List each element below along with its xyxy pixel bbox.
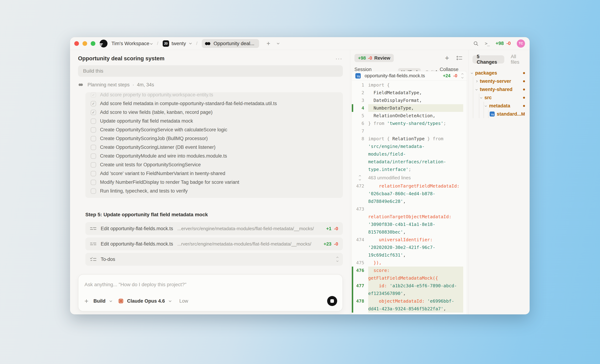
changed-dot-indicator — [523, 89, 525, 91]
code-text: }), — [368, 259, 463, 267]
code-line: 6} from 'twenty-shared/types'; — [352, 119, 467, 127]
code-line: 1import { — [352, 81, 467, 89]
todo-label: Add score to view fields (table, kanban,… — [100, 109, 213, 115]
tree-item-label: metadata — [489, 103, 510, 109]
workspace-switcher[interactable]: Tim's Workspace — [112, 41, 153, 46]
tab-changes[interactable]: 5 Changes — [472, 55, 504, 64]
checkbox-checked[interactable]: ✓ — [91, 92, 96, 98]
agent-status-row: Planning next steps · 4m, 34s — [79, 82, 350, 88]
mode-selector[interactable]: Build — [94, 298, 105, 304]
removed-count: -0 — [453, 73, 457, 78]
todo-item[interactable]: Create unit tests for OpportunityScoring… — [91, 160, 338, 169]
model-selector[interactable]: Claude Opus 4.6 — [127, 298, 165, 304]
review-label: Review — [374, 55, 390, 61]
titlebar-right: >_ +98 -0 TC — [473, 39, 530, 48]
edit-action-label: Edit opportunity-flat-fields.mock.ts — [101, 226, 173, 231]
chevron-down-icon — [480, 96, 482, 99]
attach-button[interactable]: + — [84, 297, 88, 305]
unmodified-lines-separator[interactable]: 463 unmodified lines — [352, 173, 467, 182]
breadcrumb: Tim's Workspace / 20 twenty / Opportunit… — [112, 39, 280, 48]
project-icon: 20 — [163, 40, 169, 47]
checkbox-unchecked[interactable] — [91, 145, 96, 150]
tree-item-label: twenty-server — [480, 79, 511, 84]
checkbox-unchecked[interactable] — [91, 154, 96, 159]
close-window-button[interactable] — [74, 41, 79, 46]
checkbox-unchecked[interactable] — [91, 171, 96, 176]
line-number: 474 — [352, 236, 368, 259]
session-diff-stats: +98 -0 — [496, 41, 511, 46]
added-count: +24 — [443, 73, 450, 78]
new-change-button[interactable]: + — [445, 54, 449, 62]
line-number: 3 — [352, 97, 368, 104]
file-edit-row[interactable]: Edit opportunity-flat-fields.mock.ts ...… — [85, 237, 343, 250]
terminal-icon[interactable]: >_ — [485, 41, 489, 46]
todos-drawer[interactable]: To-dos — [85, 253, 343, 266]
session-tab[interactable]: Opportunity deal... — [202, 39, 259, 48]
chevron-down-icon — [485, 105, 487, 107]
todo-item[interactable]: Create OpportunityScoringListener (DB ev… — [91, 143, 338, 152]
todo-item[interactable]: Modify NumberFieldDisplay to render Tag … — [91, 178, 338, 187]
session-icon — [205, 42, 211, 45]
checkbox-unchecked[interactable] — [91, 188, 96, 194]
composer-card: Ask anything... "How do I deploy this pr… — [78, 274, 343, 311]
todo-item[interactable]: ✓Add score to view fields (table, kanban… — [91, 108, 338, 117]
tab-all-files[interactable]: All files — [511, 54, 525, 65]
agent-status-label: Planning next steps — [87, 82, 130, 88]
todo-item[interactable]: ✓Add score field metadata in compute-opp… — [91, 99, 338, 108]
edit-action-label: Edit opportunity-flat-fields.mock.ts — [101, 241, 173, 247]
chevron-down-icon — [109, 299, 112, 302]
diff-file-name: opportunity-flat-fields.mock.ts — [365, 73, 440, 79]
change-list-icon[interactable] — [457, 55, 462, 61]
more-menu-button[interactable]: ··· — [336, 55, 343, 62]
checkbox-unchecked[interactable] — [91, 180, 96, 185]
search-icon[interactable] — [473, 41, 479, 46]
checkbox-checked[interactable]: ✓ — [91, 110, 96, 115]
checkbox-unchecked[interactable] — [91, 127, 96, 133]
todo-item[interactable]: Create OpportunityScoringJob (BullMQ pro… — [91, 134, 338, 143]
todo-item[interactable]: Run linting, typecheck, and tests to ver… — [91, 187, 338, 195]
checkbox-unchecked[interactable] — [91, 162, 96, 168]
code-line: 2 FieldMetadataType, — [352, 89, 467, 97]
tree-folder-metadata[interactable]: metadata — [469, 102, 530, 110]
effort-selector[interactable]: Low — [179, 298, 188, 304]
breadcrumb-separator: / — [196, 41, 197, 46]
new-tab-button[interactable]: + — [267, 40, 270, 47]
tab-list-chevron[interactable] — [277, 42, 280, 45]
tree-folder-packages[interactable]: packages — [469, 69, 530, 77]
todo-item[interactable]: Update opportunity flat field metadata m… — [91, 117, 338, 126]
tree-file-standard-[interactable]: TSstandard...M — [469, 110, 530, 118]
zoom-window-button[interactable] — [91, 41, 95, 46]
changed-dot-indicator — [523, 105, 525, 107]
todo-item[interactable]: Create OpportunityScoringService with ca… — [91, 126, 338, 134]
expand-collapse-stepper[interactable] — [337, 257, 338, 262]
checkbox-checked[interactable]: ✓ — [91, 101, 96, 106]
expand-up-icon[interactable] — [359, 175, 361, 177]
tree-folder-src[interactable]: src — [469, 93, 530, 102]
file-edit-row[interactable]: Edit opportunity-flat-fields.mock.ts ...… — [85, 222, 343, 235]
project-switcher[interactable]: 20 twenty — [163, 40, 192, 47]
expand-down-icon[interactable] — [359, 178, 361, 181]
checkbox-unchecked[interactable] — [91, 136, 96, 141]
code-line: 5 RelationOnDeleteAction, — [352, 112, 467, 119]
diff-file-header[interactable]: TS opportunity-flat-fields.mock.ts +24 -… — [352, 71, 467, 81]
code-text: FieldMetadataType, — [368, 89, 463, 97]
tree-folder-twenty-shared[interactable]: twenty-shared — [469, 85, 530, 93]
file-collapse-stepper[interactable] — [462, 73, 463, 78]
code-text — [368, 127, 463, 135]
model-label: Claude Opus 4.6 — [127, 298, 165, 304]
chevron-up-icon — [461, 73, 464, 75]
todo-label: Modify NumberFieldDisplay to render Tag … — [100, 180, 239, 185]
stop-button[interactable] — [327, 296, 337, 306]
code-text: import { — [368, 81, 463, 89]
tree-folder-twenty-server[interactable]: twenty-server — [469, 77, 530, 85]
todo-item[interactable]: ✓Add score property to opportunity.works… — [91, 92, 338, 99]
review-button[interactable]: +98 -0 Review — [355, 54, 394, 62]
checkbox-unchecked[interactable] — [91, 118, 96, 124]
code-text: objectMetadataId: 'e6996bbf-dd41-423a-93… — [368, 297, 463, 313]
todo-item[interactable]: Create OpportunityModule and wire into m… — [91, 152, 338, 160]
code-line-added: 478 objectMetadataId: 'e6996bbf-dd41-423… — [352, 297, 467, 313]
todo-item[interactable]: Add 'score' variant to FieldNumberVarian… — [91, 169, 338, 178]
avatar[interactable]: TC — [517, 39, 525, 48]
prompt-input[interactable]: Ask anything... "How do I deploy this pr… — [84, 282, 337, 287]
minimize-window-button[interactable] — [83, 41, 87, 46]
